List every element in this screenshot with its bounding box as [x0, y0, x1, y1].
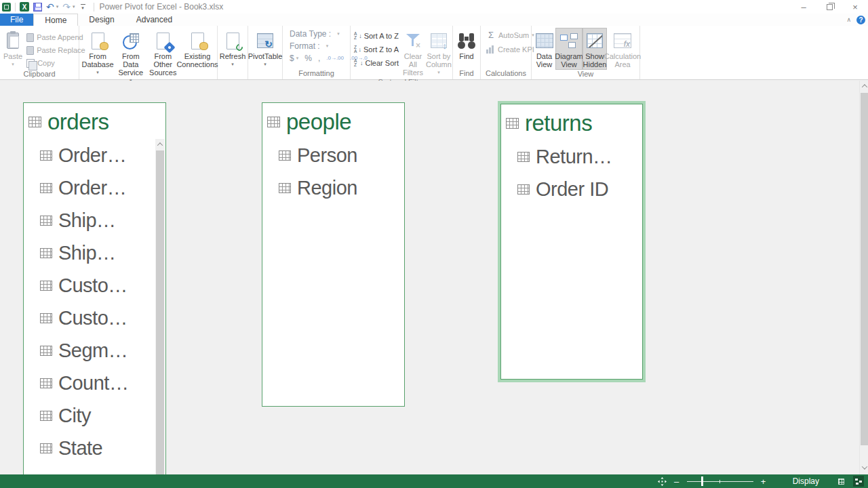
table-field[interactable]: City [24, 399, 165, 432]
column-icon [40, 313, 52, 323]
pivottable-button[interactable]: ↻ PivotTable▾ [248, 28, 282, 70]
clear-sort-button[interactable]: AZ↓Clear Sort [352, 58, 401, 68]
sort-a-to-z-button[interactable]: AZ↓Sort A to Z [352, 30, 401, 41]
field-label: Segm… [58, 340, 127, 362]
collapse-ribbon-icon[interactable]: ∧ [846, 16, 851, 23]
column-icon [40, 411, 52, 421]
diagram-view-toggle[interactable] [853, 476, 864, 487]
data-view-button[interactable]: Data View [533, 28, 555, 70]
data-type-dropdown: Data Type :▾ [287, 28, 349, 40]
group-label: Calculations [481, 69, 531, 79]
diagram-table-card[interactable]: people Person Region [262, 102, 405, 407]
existing-connections-button[interactable]: Existing Connections [179, 28, 216, 70]
table-field[interactable]: Return… [501, 140, 642, 173]
scrollbar-thumb[interactable] [156, 150, 164, 474]
zoom-in-button[interactable]: + [760, 476, 767, 487]
show-hidden-button[interactable]: Show Hidden [583, 28, 607, 70]
table-field[interactable]: Segm… [24, 334, 165, 367]
grid-view-icon [838, 479, 844, 485]
table-field[interactable]: Order… [24, 171, 165, 204]
column-icon [40, 150, 52, 161]
format-dropdown: Format :▾ [287, 40, 349, 52]
canvas-vertical-scrollbar[interactable] [859, 81, 868, 474]
diagram-canvas[interactable]: orders Order… Order… Ship… Ship… Custo… … [0, 81, 868, 474]
ribbon: Paste▾ Paste Append Paste Replace Copy C… [0, 26, 868, 80]
scroll-up-icon[interactable] [860, 81, 868, 92]
group-label: Formatting [283, 69, 350, 79]
undo-caret-icon[interactable]: ▾ [56, 4, 59, 9]
from-database-button[interactable]: From Database▾ [81, 28, 115, 78]
powerpivot-app-icon [2, 3, 11, 12]
table-scrollbar[interactable] [155, 139, 165, 474]
minimize-button[interactable]: – [791, 0, 816, 14]
tab-file[interactable]: File [0, 14, 33, 26]
redo-icon[interactable]: ↷ [62, 3, 71, 11]
tab-design[interactable]: Design [78, 14, 125, 26]
calculation-area-button: fx Calculation Area [607, 28, 638, 70]
fit-to-window-icon[interactable] [658, 477, 667, 486]
data-view-toggle[interactable] [835, 476, 846, 487]
diagram-table-card[interactable]: returns Return… Order ID [500, 104, 643, 380]
table-field[interactable]: Count… [24, 367, 165, 399]
diagram-table-card[interactable]: orders Order… Order… Ship… Ship… Custo… … [23, 102, 166, 474]
field-list: Person Region [262, 136, 404, 204]
autosum-button: ΣAutoSum▾ [484, 30, 536, 41]
scroll-up-icon[interactable] [155, 139, 165, 149]
table-field[interactable]: Person [262, 139, 404, 171]
copy-icon [26, 59, 35, 68]
pivottable-icon: ↻ [257, 33, 273, 48]
display-label: Display [793, 476, 819, 486]
column-icon [40, 248, 52, 258]
close-button[interactable]: × [842, 0, 868, 14]
field-label: Order ID [536, 178, 608, 201]
table-field[interactable]: Ship… [24, 237, 165, 269]
table-field[interactable]: Region [262, 171, 404, 204]
undo-icon[interactable]: ↶ [46, 3, 54, 11]
save-icon[interactable] [33, 3, 42, 12]
table-field[interactable]: State [24, 432, 165, 464]
thousands-separator-button: , [318, 54, 320, 63]
group-calculations: ΣAutoSum▾ Create KPI Calculations [481, 26, 532, 79]
tab-advanced[interactable]: Advanced [125, 14, 183, 26]
paste-append-icon [26, 33, 34, 42]
zoom-slider[interactable] [687, 476, 753, 486]
group-pivottable: ↻ PivotTable▾ [248, 26, 283, 79]
table-header[interactable]: returns [501, 104, 642, 138]
dropdown-caret-icon: ▾ [337, 31, 340, 37]
field-label: Custo… [58, 274, 127, 297]
help-icon[interactable]: ? [856, 16, 865, 24]
scrollbar-thumb[interactable] [861, 93, 868, 445]
scroll-down-icon[interactable] [860, 462, 868, 473]
table-field[interactable]: Custo… [24, 269, 165, 302]
table-icon [28, 117, 41, 127]
find-icon [458, 33, 475, 49]
table-field[interactable]: Custo… [24, 302, 165, 334]
customize-qat-icon[interactable]: ▾ [81, 4, 85, 9]
zoom-out-button[interactable]: – [673, 476, 680, 487]
field-label: Count… [58, 372, 128, 394]
excel-icon[interactable]: X [20, 2, 29, 12]
from-other-sources-button[interactable]: From Other Sources [147, 28, 180, 78]
table-header[interactable]: people [262, 103, 404, 136]
from-data-service-button[interactable]: From Data Service▾ [115, 28, 147, 86]
table-header[interactable]: orders [24, 103, 165, 136]
group-formatting: Data Type :▾ Format :▾ $▾ % , .0→.00 .00… [283, 26, 351, 79]
column-icon [279, 183, 291, 193]
redo-caret-icon[interactable]: ▾ [73, 4, 75, 9]
zoom-slider-thumb[interactable] [701, 476, 703, 486]
paste-append-button: Paste Append [24, 32, 87, 43]
sort-z-to-a-button[interactable]: ZA↓Sort Z to A [352, 44, 401, 55]
table-field[interactable]: Ship… [24, 204, 165, 237]
find-button[interactable]: Find [454, 28, 479, 62]
field-label: Person [297, 144, 357, 167]
refresh-button[interactable]: Refresh▾ [218, 28, 247, 70]
dropdown-caret-icon: ▾ [264, 60, 267, 68]
divider [15, 3, 16, 12]
field-label: State [58, 437, 102, 460]
restore-icon [827, 4, 833, 10]
table-field[interactable]: Order… [24, 139, 165, 171]
restore-button[interactable] [816, 0, 842, 14]
table-field[interactable]: Order ID [501, 173, 642, 205]
diagram-view-button[interactable]: Diagram View [555, 28, 583, 70]
tab-home[interactable]: Home [33, 14, 78, 26]
